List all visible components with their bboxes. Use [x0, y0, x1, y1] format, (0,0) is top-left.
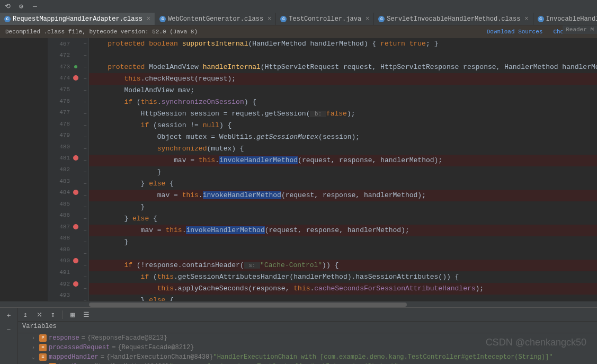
close-icon[interactable]: ×	[366, 15, 369, 23]
code-line[interactable]: mav = this.invokeHandlerMethod(request, …	[89, 225, 597, 236]
code-line[interactable]: } else {	[89, 178, 597, 190]
gutter-line[interactable]: 485	[48, 198, 82, 210]
close-icon[interactable]: ×	[524, 15, 528, 23]
editor-tab[interactable]: CInvocableHandle×	[533, 13, 597, 25]
breakpoint-icon[interactable]	[73, 281, 78, 287]
gutter-line[interactable]: 481	[48, 153, 82, 164]
gutter-line[interactable]: 476	[48, 95, 82, 107]
code-line[interactable]: if (this.getSessionAttributesHandler(han…	[89, 271, 597, 283]
expand-arrow-icon[interactable]: ›	[32, 335, 39, 341]
code-line[interactable]: protected boolean supportsInternal(Handl…	[89, 38, 597, 50]
gutter-line[interactable]: 487	[48, 221, 82, 233]
code-line[interactable]: protected ModelAndView handleInternal(Ht…	[89, 61, 597, 73]
code-line[interactable]: this.applyCacheSeconds(response, this.ca…	[89, 283, 597, 295]
editor-tab[interactable]: CServletInvocableHandlerMethod.class×	[374, 13, 533, 25]
gutter-line[interactable]: 467	[48, 38, 82, 50]
shuffle-icon[interactable]: ⤭	[35, 310, 43, 319]
variables-tree[interactable]: ›Presponse = {ResponseFacade@8213}›≡proc…	[18, 333, 597, 364]
collapse-icon[interactable]: —	[31, 2, 39, 11]
fold-marker[interactable]: −	[82, 38, 88, 50]
fold-marker[interactable]: −	[82, 283, 88, 295]
gutter-line[interactable]: 479	[48, 130, 82, 141]
breakpoint-icon[interactable]	[73, 224, 78, 229]
gutter-line[interactable]: 478	[48, 118, 82, 130]
gutter-line[interactable]: 488	[48, 233, 82, 244]
code-line[interactable]: if (this.synchronizeOnSession) {	[89, 96, 597, 108]
fold-marker[interactable]: −	[82, 50, 88, 61]
fold-marker[interactable]: −	[82, 248, 88, 260]
code-line[interactable]: Object mutex = WebUtils.getSessionMutex(…	[89, 131, 597, 143]
line-gutter[interactable]: 4674724734744754764774784794804814824834…	[48, 38, 82, 301]
code-line[interactable]	[89, 248, 597, 260]
fold-marker[interactable]: −	[82, 213, 88, 225]
list-view-icon[interactable]: ☰	[82, 310, 91, 319]
code-line[interactable]: mav = this.invokeHandlerMethod(request, …	[89, 155, 597, 166]
close-icon[interactable]: ×	[268, 15, 271, 23]
table-view-icon[interactable]: ▦	[68, 310, 77, 319]
gutter-line[interactable]: 482	[48, 164, 82, 175]
code-content[interactable]: protected boolean supportsInternal(Handl…	[89, 38, 597, 301]
code-line[interactable]	[89, 50, 597, 61]
fold-marker[interactable]: −	[82, 108, 88, 120]
variable-row[interactable]: ›fhandler = {HandlerMethod@8428} "com.ex…	[18, 362, 597, 364]
gutter-line[interactable]: 472	[48, 50, 82, 61]
expand-arrow-icon[interactable]: ⌄	[32, 354, 39, 360]
close-icon[interactable]: ×	[147, 15, 150, 23]
code-editor[interactable]: 4674724734744754764774784794804814824834…	[0, 38, 597, 301]
code-line[interactable]: } else {	[89, 295, 597, 301]
gutter-line[interactable]: 490	[48, 255, 82, 267]
fold-marker[interactable]: −	[82, 178, 88, 190]
gutter-line[interactable]: 492	[48, 278, 82, 290]
code-line[interactable]: }	[89, 166, 597, 178]
fold-marker[interactable]: −	[82, 190, 88, 201]
fold-marker[interactable]: −	[82, 85, 88, 96]
fold-marker[interactable]: −	[82, 236, 88, 248]
code-line[interactable]: } else {	[89, 213, 597, 225]
fold-marker[interactable]: −	[82, 143, 88, 155]
gutter-line[interactable]: 484	[48, 187, 82, 198]
code-line[interactable]: HttpSession session = request.getSession…	[89, 108, 597, 120]
fold-marker[interactable]: −	[82, 131, 88, 143]
fold-gutter[interactable]: −−−−−−−−−−−−−−−−−−−−−−−	[82, 38, 89, 301]
fold-marker[interactable]: −	[82, 120, 88, 131]
code-line[interactable]: if (session != null) {	[89, 120, 597, 131]
editor-tab[interactable]: CRequestMappingHandlerAdapter.class×	[0, 13, 155, 25]
gutter-line[interactable]: 491	[48, 267, 82, 278]
breakpoint-icon[interactable]	[73, 258, 78, 263]
export-icon[interactable]: ↥	[21, 310, 30, 319]
gutter-line[interactable]: 489	[48, 244, 82, 255]
breakpoint-icon[interactable]	[73, 75, 78, 81]
code-line[interactable]: this.checkRequest(request);	[89, 73, 597, 85]
fold-marker[interactable]: −	[82, 96, 88, 108]
code-line[interactable]: mav = this.invokeHandlerMethod(request, …	[89, 190, 597, 201]
editor-tab[interactable]: CWebContentGenerator.class×	[155, 13, 276, 25]
fold-marker[interactable]: −	[82, 260, 88, 271]
variable-row[interactable]: ›Presponse = {ResponseFacade@8213}	[18, 333, 597, 343]
fold-marker[interactable]: −	[82, 61, 88, 73]
fold-marker[interactable]: −	[82, 201, 88, 213]
variable-row[interactable]: ⌄≡mappedHandler = {HandlerExecutionChain…	[18, 352, 597, 362]
gutter-line[interactable]: 473	[48, 61, 82, 73]
add-watch-button[interactable]: ＋	[0, 308, 17, 323]
override-marker-icon[interactable]	[74, 65, 77, 68]
fold-marker[interactable]: −	[82, 166, 88, 178]
fold-marker[interactable]: −	[82, 225, 88, 236]
code-line[interactable]: ModelAndView mav;	[89, 85, 597, 96]
fold-marker[interactable]: −	[82, 155, 88, 166]
gutter-line[interactable]: 483	[48, 175, 82, 187]
fold-marker[interactable]: −	[82, 271, 88, 283]
breakpoint-icon[interactable]	[73, 155, 78, 161]
gutter-line[interactable]: 486	[48, 209, 82, 221]
reader-mode-badge[interactable]: Reader M	[563, 25, 597, 34]
download-sources-link[interactable]: Download Sources	[487, 29, 543, 35]
editor-tab[interactable]: CTestController.java×	[276, 13, 374, 25]
code-line[interactable]: synchronized(mutex) {	[89, 143, 597, 155]
variable-row[interactable]: ›≡processedRequest = {RequestFacade@8212…	[18, 343, 597, 352]
breakpoint-icon[interactable]	[73, 190, 78, 195]
gutter-line[interactable]: 475	[48, 84, 82, 95]
code-line[interactable]: if (!response.containsHeader( s: "Cache-…	[89, 260, 597, 271]
gutter-line[interactable]: 493	[48, 289, 82, 301]
fold-marker[interactable]: −	[82, 73, 88, 85]
horizontal-scrollbar[interactable]	[0, 301, 597, 307]
gutter-line[interactable]: 480	[48, 141, 82, 153]
